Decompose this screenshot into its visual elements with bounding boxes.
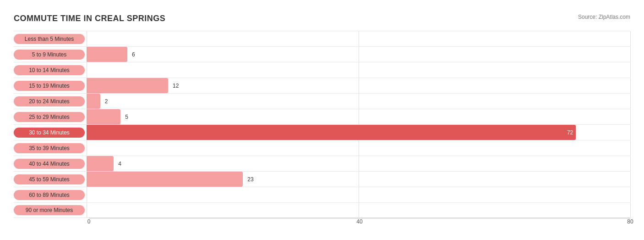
- bar-track: 4: [87, 156, 630, 171]
- table-row: 20 to 24 Minutes2: [14, 93, 630, 109]
- bar-track: 5: [87, 109, 630, 124]
- table-row: 5 to 9 Minutes6: [14, 46, 630, 62]
- x-axis: 04080: [89, 218, 630, 227]
- table-row: 90 or more Minutes: [14, 202, 630, 218]
- table-row: 30 to 34 Minutes72: [14, 124, 630, 140]
- x-tick-label: 0: [87, 218, 91, 225]
- bar-fill: 72: [87, 125, 576, 140]
- bar-label: 90 or more Minutes: [14, 205, 85, 215]
- chart-source: Source: ZipAtlas.com: [578, 14, 630, 20]
- chart-header: COMMUTE TIME IN CREAL SPRINGS Source: Zi…: [14, 14, 630, 23]
- table-row: 35 to 39 Minutes: [14, 140, 630, 156]
- bar-fill: 2: [87, 94, 100, 109]
- bar-fill: 6: [87, 47, 127, 62]
- bars-container: Less than 5 Minutes5 to 9 Minutes610 to …: [14, 31, 630, 218]
- bar-track: [87, 31, 630, 46]
- table-row: 10 to 14 Minutes: [14, 62, 630, 78]
- bar-track: 2: [87, 94, 630, 109]
- bar-label: 30 to 34 Minutes: [14, 128, 85, 138]
- bar-label: Less than 5 Minutes: [14, 34, 85, 44]
- table-row: 45 to 59 Minutes23: [14, 171, 630, 187]
- bar-track: 23: [87, 172, 630, 187]
- bar-label: 45 to 59 Minutes: [14, 174, 85, 184]
- bar-value: 12: [171, 83, 179, 89]
- bar-value: 4: [116, 161, 121, 167]
- chart-container: COMMUTE TIME IN CREAL SPRINGS Source: Zi…: [9, 9, 635, 240]
- table-row: 60 to 89 Minutes: [14, 187, 630, 202]
- table-row: 15 to 19 Minutes12: [14, 78, 630, 93]
- table-row: 25 to 29 Minutes5: [14, 109, 630, 124]
- bar-fill: 4: [87, 156, 114, 171]
- bar-value: 6: [130, 51, 135, 58]
- bar-label: 5 to 9 Minutes: [14, 50, 85, 60]
- bar-label: 10 to 14 Minutes: [14, 65, 85, 75]
- chart-area: Less than 5 Minutes5 to 9 Minutes610 to …: [14, 31, 630, 227]
- bar-track: 12: [87, 78, 630, 93]
- bar-value: 23: [246, 176, 253, 183]
- bar-label: 60 to 89 Minutes: [14, 190, 85, 200]
- bar-label: 40 to 44 Minutes: [14, 159, 85, 169]
- bar-label: 15 to 19 Minutes: [14, 81, 85, 91]
- bar-fill: 12: [87, 78, 168, 93]
- chart-title: COMMUTE TIME IN CREAL SPRINGS: [14, 14, 165, 23]
- table-row: Less than 5 Minutes: [14, 31, 630, 46]
- bar-track: 72: [87, 125, 630, 140]
- bar-value: 2: [103, 98, 108, 105]
- bar-label: 20 to 24 Minutes: [14, 96, 85, 106]
- bar-track: [87, 62, 630, 78]
- bar-label: 35 to 39 Minutes: [14, 143, 85, 153]
- bar-fill: 5: [87, 109, 120, 124]
- x-tick-label: 80: [627, 218, 633, 225]
- x-tick-label: 40: [356, 218, 362, 225]
- bar-track: [87, 187, 630, 202]
- bar-label: 25 to 29 Minutes: [14, 112, 85, 122]
- bar-track: 6: [87, 47, 630, 62]
- table-row: 40 to 44 Minutes4: [14, 156, 630, 171]
- bar-value: 5: [123, 114, 128, 120]
- bar-track: [87, 203, 630, 218]
- bar-fill: 23: [87, 172, 243, 187]
- bar-track: [87, 140, 630, 156]
- bar-value: 72: [565, 129, 573, 136]
